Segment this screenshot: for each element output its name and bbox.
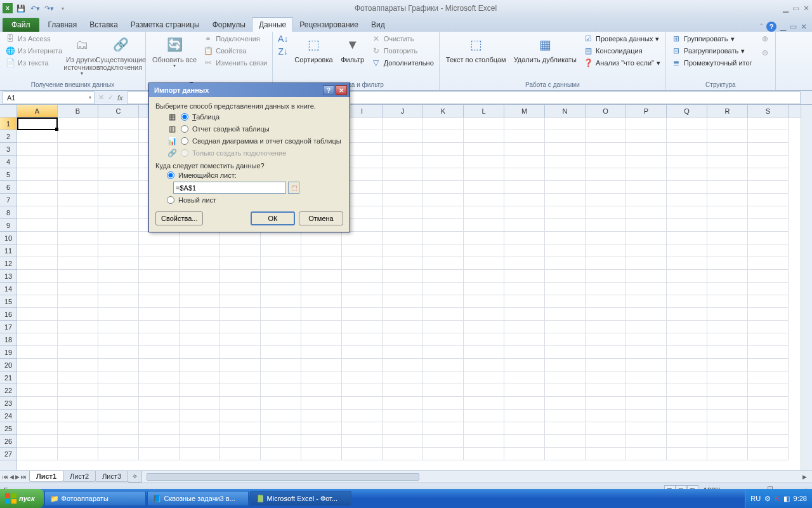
edit-links-button[interactable]: ⚯Изменить связи [202, 57, 268, 69]
from-access-button[interactable]: 🗄Из Access [4, 33, 63, 44]
row-header[interactable]: 13 [0, 270, 16, 283]
row-header[interactable]: 26 [0, 435, 16, 448]
radio-pivot[interactable] [181, 125, 188, 133]
row-header[interactable]: 16 [0, 308, 16, 321]
taskbar-item-3[interactable]: 📗Microsoft Excel - Фот... [250, 491, 351, 506]
clear-filter-button[interactable]: ✕Очистить [370, 33, 435, 44]
col-header[interactable]: B [58, 105, 98, 117]
from-web-button[interactable]: 🌐Из Интернета [4, 45, 63, 57]
row-header[interactable]: 5 [0, 168, 16, 181]
existing-connections-button[interactable]: 🔗Существующие подключения [100, 33, 141, 72]
row-header[interactable]: 4 [0, 156, 16, 168]
col-header[interactable]: S [748, 105, 789, 117]
row-header[interactable]: 2 [0, 130, 16, 143]
col-header[interactable]: R [707, 105, 748, 117]
cancel-formula-icon[interactable]: ✕ [98, 93, 104, 102]
sheet-tab-1[interactable]: Лист1 [29, 471, 63, 482]
col-header[interactable]: J [383, 105, 423, 117]
sort-asc-button[interactable]: A↓ [277, 33, 289, 44]
row-header[interactable]: 18 [0, 333, 16, 346]
col-header[interactable]: C [98, 105, 139, 117]
sheet-tab-2[interactable]: Лист2 [63, 471, 96, 482]
dialog-help-button[interactable]: ? [323, 85, 334, 95]
properties-button[interactable]: 📋Свойства [202, 45, 268, 57]
col-header[interactable]: K [423, 105, 464, 117]
properties-button-dialog[interactable]: Свойства... [155, 211, 203, 225]
vertical-scrollbar[interactable] [801, 105, 812, 470]
row-header[interactable]: 11 [0, 244, 16, 257]
tray-icon-1[interactable]: ⚙ [764, 495, 771, 503]
row-header[interactable]: 12 [0, 257, 16, 270]
sheet-nav-prev-icon[interactable]: ◀ [10, 474, 14, 480]
worksheet[interactable]: ABCDEFGHIJKLMNOPQRS 12345678910111213141… [0, 105, 812, 470]
horizontal-scrollbar[interactable]: ◀ ▶ [144, 472, 809, 482]
col-header[interactable]: A [17, 105, 58, 117]
language-indicator[interactable]: RU [750, 495, 761, 502]
subtotal-button[interactable]: ≣Промежуточный итог [670, 57, 754, 69]
taskbar-item-2[interactable]: 📘Сквозные задачи3 в... [147, 491, 249, 506]
row-header[interactable]: 23 [0, 397, 16, 410]
from-text-button[interactable]: 📄Из текста [4, 57, 63, 69]
name-box[interactable]: A1 [3, 91, 95, 104]
clock[interactable]: 9:28 [794, 495, 807, 502]
label-new-sheet[interactable]: Новый лист [178, 196, 216, 204]
start-button[interactable]: пуск [0, 489, 44, 508]
row-header[interactable]: 19 [0, 346, 16, 359]
sort-desc-button[interactable]: Z↓ [277, 46, 289, 57]
label-pivot[interactable]: Отчет сводной таблицы [192, 125, 270, 133]
tab-insert[interactable]: Вставка [83, 18, 124, 32]
col-header[interactable]: P [626, 105, 667, 117]
reapply-button[interactable]: ↻Повторить [370, 45, 435, 57]
row-header[interactable]: 27 [0, 448, 16, 460]
advanced-filter-button[interactable]: ▽Дополнительно [370, 57, 435, 69]
sheet-nav-first-icon[interactable]: ⏮ [3, 474, 8, 480]
tab-view[interactable]: Вид [365, 18, 391, 32]
row-header[interactable]: 10 [0, 232, 16, 244]
remove-duplicates-button[interactable]: ▦Удалить дубликаты [511, 33, 579, 65]
range-selector-button[interactable]: ⬚ [288, 182, 299, 194]
sheet-nav-last-icon[interactable]: ⏭ [21, 474, 27, 480]
row-header[interactable]: 15 [0, 295, 16, 308]
label-existing-sheet[interactable]: Имеющийся лист: [178, 171, 237, 179]
row-header[interactable]: 24 [0, 410, 16, 422]
help-icon[interactable]: ? [766, 22, 776, 32]
row-header[interactable]: 25 [0, 422, 16, 435]
from-other-button[interactable]: 🗂Из других источников▾ [66, 33, 98, 78]
sheet-nav-next-icon[interactable]: ▶ [15, 474, 20, 480]
tab-formulas[interactable]: Формулы [206, 18, 252, 32]
dialog-close-button[interactable]: ✕ [336, 85, 347, 95]
row-header[interactable]: 9 [0, 219, 16, 232]
sheet-tab-3[interactable]: Лист3 [95, 471, 128, 482]
tab-home[interactable]: Главная [42, 18, 84, 32]
radio-pivotchart[interactable] [181, 137, 188, 145]
row-header[interactable]: 8 [0, 206, 16, 219]
tab-data[interactable]: Данные [252, 17, 293, 32]
filter-button[interactable]: ▼Фильтр [338, 33, 367, 65]
row-header[interactable]: 6 [0, 181, 16, 194]
ok-button[interactable]: ОК [251, 211, 295, 225]
col-header[interactable]: M [504, 105, 545, 117]
tray-icon-3[interactable]: ◧ [783, 495, 790, 503]
col-header[interactable]: L [464, 105, 504, 117]
cell-reference-input[interactable] [173, 182, 286, 194]
taskbar-item-1[interactable]: 📁Фотоаппараты [44, 491, 146, 506]
workbook-restore-icon[interactable]: ▭ [790, 22, 797, 31]
select-all-corner[interactable] [0, 105, 17, 117]
consolidate-button[interactable]: ▤Консолидация [582, 45, 662, 57]
new-sheet-button[interactable]: ✧ [128, 471, 142, 483]
sort-button[interactable]: ⬚Сортировка [292, 33, 335, 65]
undo-icon[interactable]: ↶▾ [29, 4, 41, 13]
whatif-button[interactable]: ❓Анализ "что если" ▾ [582, 57, 662, 69]
tray-icon-2[interactable]: K [775, 495, 779, 502]
row-header[interactable]: 14 [0, 283, 16, 295]
col-header[interactable]: O [586, 105, 626, 117]
workbook-close-icon[interactable]: ✕ [801, 22, 807, 31]
refresh-all-button[interactable]: 🔄Обновить все▾ [150, 33, 199, 70]
minimize-button[interactable]: ▁ [783, 4, 789, 13]
row-header[interactable]: 3 [0, 143, 16, 156]
qat-customize-icon[interactable]: ▾ [57, 6, 69, 11]
cancel-button[interactable]: Отмена [299, 211, 343, 225]
ungroup-button[interactable]: ⊟Разгруппировать ▾ [670, 45, 754, 57]
dialog-titlebar[interactable]: Импорт данных ? ✕ [149, 83, 350, 97]
restore-button[interactable]: ▭ [792, 4, 799, 13]
